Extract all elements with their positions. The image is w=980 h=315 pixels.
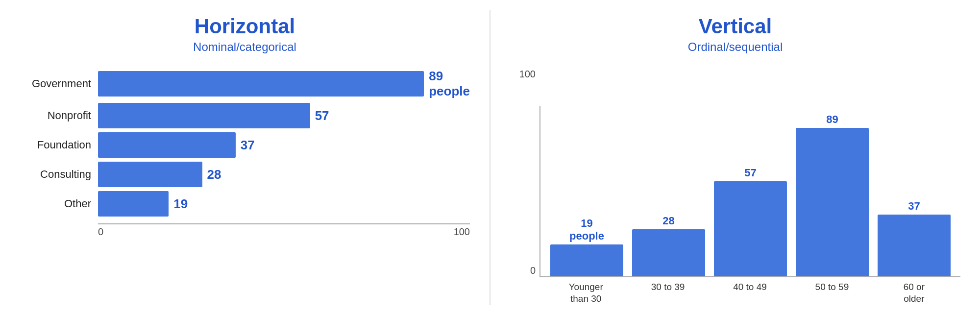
h-bar-value: 19 — [173, 196, 188, 212]
v-bar-value: 89 — [826, 113, 838, 126]
h-bar — [98, 71, 424, 97]
v-x-label: 60 orolder — [878, 281, 951, 305]
h-bar-label: Consulting — [20, 168, 98, 181]
h-bar-label: Nonprofit — [20, 109, 98, 122]
vertical-chart-area: 1000 19people28578937 Youngerthan 3030 t… — [510, 69, 960, 305]
h-axis-line — [98, 223, 470, 224]
h-bar-container: 89people — [98, 69, 470, 99]
v-x-label: 50 to 59 — [795, 281, 868, 305]
h-bar — [98, 132, 236, 158]
v-bar-col: 37 — [878, 106, 951, 276]
v-x-label: 40 to 49 — [713, 281, 786, 305]
v-bar-value: 37 — [908, 200, 920, 213]
h-bar-label: Other — [20, 197, 98, 210]
v-bar-col: 89 — [796, 106, 869, 276]
v-chart-body: 1000 19people28578937 — [510, 69, 960, 277]
v-bar — [878, 215, 951, 276]
h-bar-label: Government — [20, 77, 98, 90]
v-bar — [714, 181, 787, 276]
h-bar-label: Foundation — [20, 139, 98, 151]
h-bar — [98, 191, 169, 217]
h-bar-row: Foundation37 — [20, 132, 470, 158]
v-bar — [632, 229, 705, 276]
horizontal-section: Horizontal Nominal/categorical Governmen… — [0, 0, 490, 315]
v-bar-value: 28 — [662, 215, 674, 227]
h-bar-value: 37 — [241, 138, 255, 153]
vertical-title: Vertical — [699, 15, 772, 38]
v-x-label: Youngerthan 30 — [549, 281, 622, 305]
h-bar-row: Government89people — [20, 69, 470, 99]
h-bar — [98, 162, 202, 187]
h-axis-labels: 0 100 — [98, 226, 470, 238]
v-x-labels: Youngerthan 3030 to 3940 to 4950 to 5960… — [539, 281, 960, 305]
vertical-subtitle: Ordinal/sequential — [688, 40, 783, 54]
v-bar — [550, 244, 623, 276]
v-bar-col: 19people — [550, 106, 623, 276]
horizontal-title: Horizontal — [195, 15, 295, 38]
h-bar-value: 28 — [207, 167, 221, 182]
h-bar-container: 37 — [98, 132, 470, 158]
h-bar-row: Consulting28 — [20, 162, 470, 187]
h-bar-value: 57 — [315, 108, 329, 123]
h-bar-value: 89people — [429, 69, 470, 99]
horizontal-subtitle: Nominal/categorical — [193, 40, 296, 54]
v-y-bottom-label: 0 — [530, 265, 536, 276]
v-bar-col: 28 — [632, 106, 705, 276]
v-bar-value: 19people — [569, 217, 604, 242]
h-bar — [98, 103, 310, 128]
h-bar-row: Nonprofit57 — [20, 103, 470, 128]
h-axis-min: 0 — [98, 226, 103, 238]
v-y-top-label: 100 — [519, 69, 536, 80]
h-bar-container: 19 — [98, 191, 470, 217]
h-axis-max: 100 — [454, 226, 470, 238]
v-bar — [796, 128, 869, 276]
h-bar-container: 28 — [98, 162, 470, 187]
vertical-section: Vertical Ordinal/sequential 1000 19peopl… — [490, 0, 980, 315]
v-bars-container: 19people28578937 — [539, 106, 960, 277]
v-bar-col: 57 — [714, 106, 787, 276]
v-bar-value: 57 — [744, 167, 756, 179]
h-bar-row: Other19 — [20, 191, 470, 217]
v-y-axis: 1000 — [510, 69, 539, 277]
v-x-label: 30 to 39 — [631, 281, 704, 305]
horizontal-chart-area: Government89peopleNonprofit57Foundation3… — [20, 69, 470, 220]
h-bar-container: 57 — [98, 103, 470, 128]
